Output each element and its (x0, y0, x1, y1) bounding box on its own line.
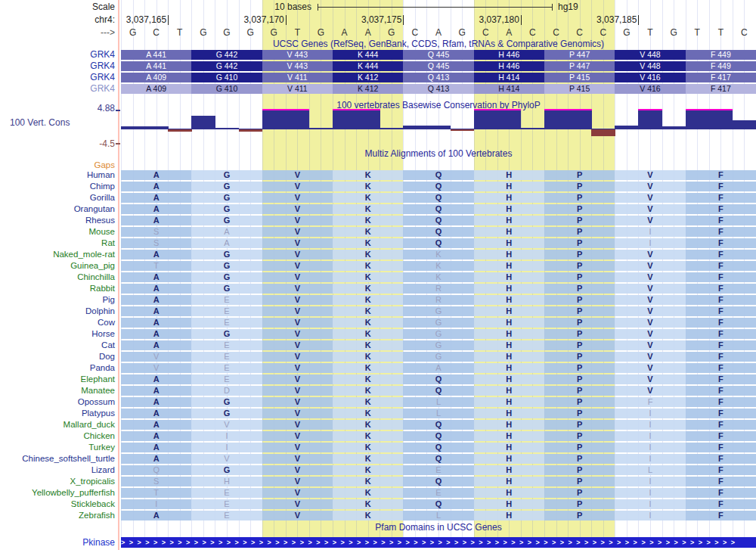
alignment-row[interactable]: AGVKQHPVF (121, 182, 756, 191)
species-label[interactable]: Rat (0, 238, 115, 248)
codon-box[interactable]: F 449 (686, 61, 756, 71)
alignment-row[interactable]: QGVKEHPLF (121, 465, 756, 475)
gene-row-label[interactable]: GRK4 (0, 73, 115, 82)
codon-box[interactable]: K 444 (333, 50, 403, 60)
codon-box[interactable]: H 446 (474, 61, 544, 71)
species-label[interactable]: Rhesus (0, 216, 115, 225)
species-label[interactable]: Naked_mole-rat (0, 250, 115, 259)
species-label[interactable]: Chimp (0, 182, 115, 191)
codon-box[interactable]: A 409 (121, 73, 191, 82)
gene-row-label[interactable]: GRK4 (0, 50, 115, 60)
codon-box[interactable]: H 414 (474, 73, 544, 82)
alignment-row[interactable]: AGVKLHPIF (121, 409, 756, 418)
alignment-row[interactable]: AVVKQHPIF (121, 420, 756, 430)
species-label[interactable]: Elephant (0, 374, 115, 384)
alignment-row[interactable]: AGVKKHPVF (121, 250, 756, 259)
species-label[interactable]: Orangutan (0, 204, 115, 214)
codon-box[interactable]: V 416 (615, 73, 685, 82)
species-label[interactable]: Rabbit (0, 284, 115, 294)
alignment-row[interactable]: SAVKQHPIF (121, 227, 756, 237)
alignment-row[interactable]: AEVKGHPVF (121, 318, 756, 328)
codon-box[interactable]: V 443 (262, 61, 333, 71)
codon-box[interactable]: G 410 (191, 84, 262, 94)
gaps-row-label[interactable]: Gaps (0, 160, 115, 169)
alignment-row[interactable]: AEVKQHPVF (121, 374, 756, 384)
codon-box[interactable]: P 415 (544, 84, 615, 94)
species-label[interactable]: Lizard (0, 465, 115, 475)
codon-box[interactable]: A 441 (121, 61, 191, 71)
species-label[interactable]: Platypus (0, 409, 115, 418)
species-label[interactable]: Mallard_duck (0, 420, 115, 430)
species-label[interactable]: Chinese_softshell_turtle (0, 454, 115, 464)
pkinase-track-label[interactable]: Pkinase (0, 537, 115, 548)
alignment-row[interactable]: TEVKEHPIF (121, 488, 756, 498)
alignment-row[interactable]: AEVKGHPVF (121, 340, 756, 350)
conservation-track-label[interactable]: 100 Vert. Cons (10, 117, 70, 128)
alignment-row[interactable]: ADVKQHPVF (121, 386, 756, 396)
alignment-row[interactable]: AGVKGHPVF (121, 329, 756, 339)
alignment-row[interactable]: AIVKQHPIF (121, 443, 756, 452)
alignment-row[interactable]: SAVKQHPIF (121, 238, 756, 248)
species-label[interactable]: Guinea_pig (0, 261, 115, 271)
codon-box[interactable]: F 417 (686, 73, 756, 82)
species-label[interactable]: Human (0, 170, 115, 180)
codon-box[interactable]: G 442 (191, 61, 262, 71)
codon-box[interactable]: Q 413 (403, 84, 473, 94)
species-label[interactable]: Stickleback (0, 499, 115, 509)
alignment-row[interactable]: AEVKGHPVF (121, 306, 756, 316)
species-label[interactable]: Pig (0, 295, 115, 305)
gene-row-label[interactable]: GRK4 (0, 61, 115, 71)
species-label[interactable]: Chinchilla (0, 272, 115, 282)
alignment-row[interactable]: AGVKQHPVF (121, 204, 756, 214)
pkinase-domain-bar[interactable]: >>>>>>>>>>>>>>>>>>>>>>>>>>>>>>>>>>>>>>>>… (121, 537, 756, 548)
gene-row-label[interactable]: GRK4 (0, 84, 115, 94)
species-label[interactable]: Turkey (0, 443, 115, 452)
codon-box[interactable]: K 412 (333, 84, 403, 94)
alignment-row[interactable]: IEVKQHPIF (121, 499, 756, 509)
codon-box[interactable]: V 411 (262, 84, 333, 94)
alignment-row[interactable]: AGVKRHPVF (121, 284, 756, 294)
alignment-row[interactable]: AEVKRHPVF (121, 295, 756, 305)
alignment-row[interactable]: AGVKQHPVF (121, 170, 756, 180)
alignment-row[interactable]: VEVKAHPVF (121, 363, 756, 373)
alignment-row[interactable]: AVVKQHPIF (121, 454, 756, 464)
species-label[interactable]: Chicken (0, 431, 115, 441)
codon-box[interactable]: H 446 (474, 50, 544, 60)
species-label[interactable]: X_tropicalis (0, 477, 115, 486)
codon-box[interactable]: F 449 (686, 50, 756, 60)
species-label[interactable]: Cat (0, 340, 115, 350)
species-label[interactable]: Panda (0, 363, 115, 373)
species-label[interactable]: Gorilla (0, 193, 115, 203)
species-label[interactable]: Zebrafish (0, 511, 115, 520)
codon-box[interactable]: A 441 (121, 50, 191, 60)
species-label[interactable]: Manatee (0, 386, 115, 396)
codon-box[interactable]: K 444 (333, 61, 403, 71)
codon-box[interactable]: G 410 (191, 73, 262, 82)
species-label[interactable]: Yellowbelly_pufferfish (0, 488, 115, 498)
species-label[interactable]: Cow (0, 318, 115, 328)
species-label[interactable]: Mouse (0, 227, 115, 237)
alignment-row[interactable]: AEVKLHPIF (121, 511, 756, 520)
codon-box[interactable]: K 412 (333, 73, 403, 82)
alignment-row[interactable]: AGVKQHPVF (121, 216, 756, 225)
codon-box[interactable]: H 414 (474, 84, 544, 94)
species-label[interactable]: Horse (0, 329, 115, 339)
codon-box[interactable]: Q 445 (403, 50, 473, 60)
codon-box[interactable]: A 409 (121, 84, 191, 94)
alignment-row[interactable]: TGVKKHPVF (121, 261, 756, 271)
species-label[interactable]: Opossum (0, 397, 115, 407)
codon-box[interactable]: V 448 (615, 50, 685, 60)
codon-box[interactable]: Q 413 (403, 73, 473, 82)
codon-box[interactable]: V 416 (615, 84, 685, 94)
codon-box[interactable]: P 415 (544, 73, 615, 82)
codon-box[interactable]: P 447 (544, 50, 615, 60)
codon-box[interactable]: P 447 (544, 61, 615, 71)
alignment-row[interactable]: AGVKQHPVF (121, 193, 756, 203)
alignment-row[interactable]: VEVKGHPVF (121, 352, 756, 362)
codon-box[interactable]: F 417 (686, 84, 756, 94)
alignment-row[interactable]: SHVKQHPIF (121, 477, 756, 486)
codon-box[interactable]: V 443 (262, 50, 333, 60)
codon-box[interactable]: V 448 (615, 61, 685, 71)
alignment-row[interactable]: AGVKKHPVF (121, 272, 756, 282)
species-label[interactable]: Dog (0, 352, 115, 362)
